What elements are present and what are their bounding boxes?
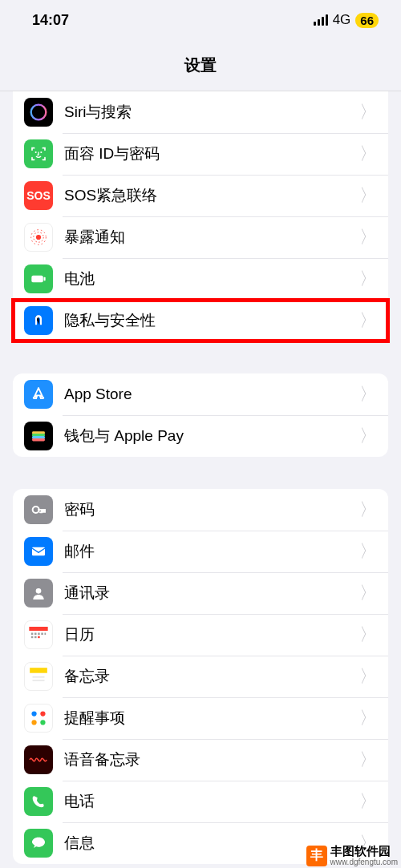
row-label: 通讯录 xyxy=(64,583,359,604)
row-mail[interactable]: 邮件〉 xyxy=(13,531,388,572)
row-calendar[interactable]: 日历〉 xyxy=(13,614,388,656)
chevron-right-icon: 〉 xyxy=(359,706,377,730)
messages-icon xyxy=(24,829,53,858)
chevron-right-icon: 〉 xyxy=(359,309,377,333)
battery-icon xyxy=(24,264,53,293)
status-bar: 14:07 4G 66 xyxy=(0,0,401,40)
svg-rect-17 xyxy=(31,633,34,636)
chevron-right-icon: 〉 xyxy=(359,424,377,448)
row-voicememos[interactable]: 语音备忘录〉 xyxy=(13,739,388,781)
signal-icon xyxy=(314,14,328,26)
settings-group: Siri与搜索〉面容 ID与密码〉SOSSOS紧急联络〉暴露通知〉电池〉隐私与安… xyxy=(13,91,388,341)
row-reminders[interactable]: 提醒事项〉 xyxy=(13,697,388,739)
svg-rect-6 xyxy=(31,276,43,283)
row-wallet[interactable]: 钱包与 Apple Pay〉 xyxy=(13,415,388,457)
row-label: 电池 xyxy=(64,268,359,289)
row-battery[interactable]: 电池〉 xyxy=(13,258,388,300)
network-label: 4G xyxy=(333,12,351,28)
row-label: 提醒事项 xyxy=(64,708,359,729)
appstore-icon xyxy=(24,380,53,409)
row-label: 隐私与安全性 xyxy=(64,310,359,331)
row-sos[interactable]: SOSSOS紧急联络〉 xyxy=(13,175,388,216)
svg-point-31 xyxy=(31,720,36,725)
row-label: SOS紧急联络 xyxy=(64,185,359,206)
chevron-right-icon: 〉 xyxy=(359,581,377,605)
svg-rect-7 xyxy=(44,277,46,281)
voicememo-icon xyxy=(24,745,53,774)
privacy-icon xyxy=(24,306,53,335)
calendar-icon xyxy=(24,620,53,649)
row-label: 面容 ID与密码 xyxy=(64,143,359,164)
row-notes[interactable]: 备忘录〉 xyxy=(13,656,388,697)
chevron-right-icon: 〉 xyxy=(359,142,377,166)
svg-rect-18 xyxy=(34,633,37,636)
watermark-url: www.dgfengtu.com xyxy=(330,858,399,866)
watermark-title: 丰图软件园 xyxy=(330,845,399,858)
settings-group: App Store〉钱包与 Apple Pay〉 xyxy=(13,373,388,457)
row-label: 钱包与 Apple Pay xyxy=(64,426,359,446)
chevron-right-icon: 〉 xyxy=(359,382,377,406)
svg-rect-15 xyxy=(29,627,47,631)
contacts-icon xyxy=(24,579,53,608)
status-time: 14:07 xyxy=(32,12,69,29)
exposure-icon xyxy=(24,223,53,252)
chevron-right-icon: 〉 xyxy=(359,789,377,813)
chevron-right-icon: 〉 xyxy=(359,748,377,772)
row-exposure[interactable]: 暴露通知〉 xyxy=(13,216,388,258)
svg-rect-19 xyxy=(38,633,39,636)
svg-rect-13 xyxy=(32,547,45,556)
row-label: 备忘录 xyxy=(64,666,359,687)
settings-group: 密码〉邮件〉通讯录〉日历〉备忘录〉提醒事项〉语音备忘录〉电话〉信息〉 xyxy=(13,489,388,864)
page-title: 设置 xyxy=(0,40,401,91)
row-faceid[interactable]: 面容 ID与密码〉 xyxy=(13,133,388,175)
chevron-right-icon: 〉 xyxy=(359,184,377,208)
row-label: Siri与搜索 xyxy=(64,102,359,123)
chevron-right-icon: 〉 xyxy=(359,267,377,291)
mail-icon xyxy=(24,537,53,566)
row-label: 语音备忘录 xyxy=(64,749,359,770)
chevron-right-icon: 〉 xyxy=(359,623,377,647)
chevron-right-icon: 〉 xyxy=(359,225,377,249)
chevron-right-icon: 〉 xyxy=(359,100,377,124)
chevron-right-icon: 〉 xyxy=(359,498,377,522)
svg-rect-22 xyxy=(31,636,34,639)
siri-icon xyxy=(24,98,53,127)
row-label: 电话 xyxy=(64,791,359,812)
row-label: App Store xyxy=(64,386,359,403)
svg-rect-11 xyxy=(32,438,45,442)
svg-point-1 xyxy=(35,151,37,153)
watermark-logo-icon: 丰 xyxy=(306,846,327,866)
svg-point-30 xyxy=(40,711,45,716)
row-passwords[interactable]: 密码〉 xyxy=(13,489,388,531)
battery-badge: 66 xyxy=(355,13,379,28)
key-icon xyxy=(24,495,53,524)
svg-rect-25 xyxy=(30,668,47,673)
svg-point-29 xyxy=(31,711,36,716)
svg-rect-24 xyxy=(38,636,39,639)
svg-point-3 xyxy=(36,235,41,240)
svg-point-14 xyxy=(36,588,42,594)
faceid-icon xyxy=(24,139,53,168)
row-siri[interactable]: Siri与搜索〉 xyxy=(13,91,388,133)
phone-icon xyxy=(24,787,53,816)
reminders-icon xyxy=(24,704,53,733)
row-label: 暴露通知 xyxy=(64,227,359,248)
wallet-icon xyxy=(24,422,53,450)
svg-rect-20 xyxy=(41,633,43,636)
svg-point-0 xyxy=(31,105,47,120)
row-label: 日历 xyxy=(64,624,359,645)
row-label: 密码 xyxy=(64,499,359,520)
row-label: 邮件 xyxy=(64,541,359,562)
row-phone[interactable]: 电话〉 xyxy=(13,781,388,822)
chevron-right-icon: 〉 xyxy=(359,664,377,688)
svg-rect-26 xyxy=(30,673,47,685)
row-appstore[interactable]: App Store〉 xyxy=(13,373,388,415)
svg-point-2 xyxy=(40,151,42,153)
svg-rect-23 xyxy=(34,636,37,639)
chevron-right-icon: 〉 xyxy=(359,539,377,563)
row-privacy[interactable]: 隐私与安全性〉 xyxy=(13,300,388,341)
status-right: 4G 66 xyxy=(314,12,379,28)
svg-point-32 xyxy=(40,720,45,725)
svg-rect-21 xyxy=(45,633,47,636)
row-contacts[interactable]: 通讯录〉 xyxy=(13,572,388,614)
